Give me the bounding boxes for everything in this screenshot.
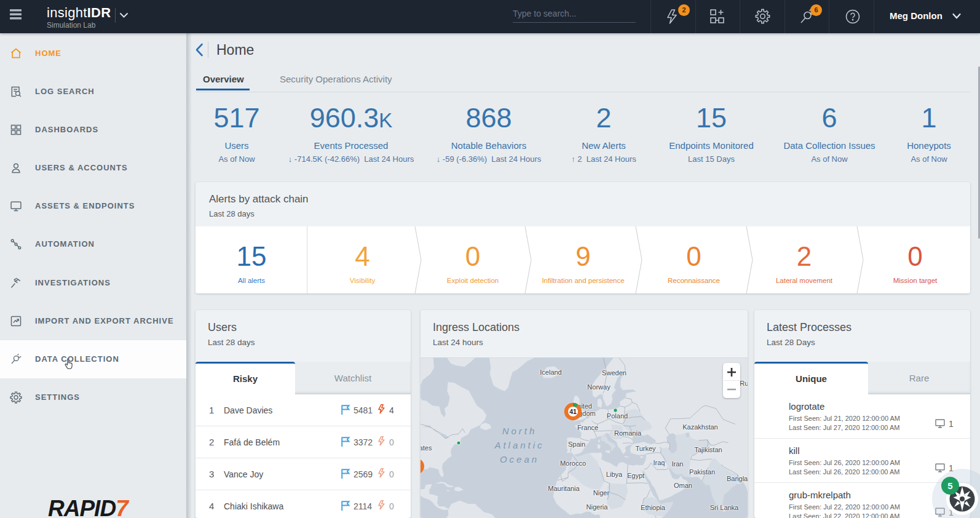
svg-text:41: 41 — [569, 408, 577, 415]
